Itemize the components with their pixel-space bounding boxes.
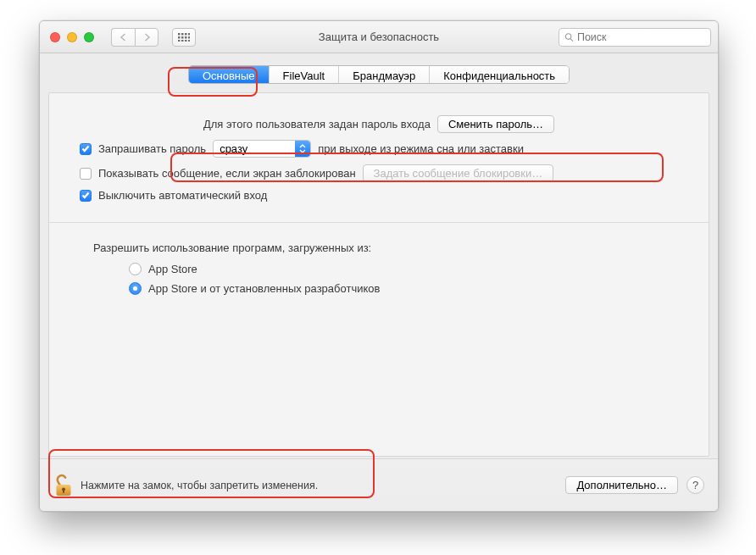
show-lock-message-row: Показывать сообщение, если экран заблоки… bbox=[80, 164, 687, 182]
advanced-button[interactable]: Дополнительно… bbox=[565, 476, 678, 494]
svg-rect-0 bbox=[178, 33, 181, 36]
show-lock-message-checkbox[interactable] bbox=[80, 168, 92, 180]
tab-general[interactable]: Основные bbox=[189, 66, 270, 83]
tab-bar: Основные FileVault Брандмауэр Конфиденци… bbox=[48, 53, 709, 84]
titlebar: Защита и безопасность bbox=[40, 21, 718, 53]
svg-rect-2 bbox=[185, 33, 187, 36]
lock-button[interactable] bbox=[53, 474, 74, 497]
lock-message: Нажмите на замок, чтобы запретить измене… bbox=[81, 480, 318, 491]
search-input[interactable] bbox=[577, 31, 705, 43]
preferences-window: Защита и безопасность Основные FileVault… bbox=[39, 20, 719, 512]
check-icon bbox=[81, 191, 90, 199]
footer: Нажмите на замок, чтобы запретить измене… bbox=[40, 458, 718, 511]
back-button[interactable] bbox=[111, 28, 135, 47]
tab-privacy[interactable]: Конфиденциальность bbox=[430, 66, 569, 83]
select-stepper-icon bbox=[295, 141, 310, 157]
disable-autologin-row: Выключить автоматический вход bbox=[80, 189, 687, 202]
minimize-window-button[interactable] bbox=[67, 32, 77, 42]
allow-apps-identified-label: App Store и от установленных разработчик… bbox=[148, 282, 380, 295]
svg-rect-10 bbox=[185, 40, 187, 42]
zoom-window-button[interactable] bbox=[84, 32, 94, 42]
require-password-checkbox[interactable] bbox=[80, 143, 92, 155]
show-lock-message-label: Показывать сообщение, если экран заблоки… bbox=[98, 167, 356, 180]
disable-autologin-checkbox[interactable] bbox=[80, 190, 92, 202]
svg-rect-8 bbox=[178, 40, 181, 42]
allow-apps-identified-row: App Store и от установленных разработчик… bbox=[129, 282, 687, 295]
tab-firewall[interactable]: Брандмауэр bbox=[339, 66, 430, 83]
login-password-label: Для этого пользователя задан пароль вход… bbox=[203, 118, 431, 130]
close-window-button[interactable] bbox=[50, 32, 60, 42]
window-controls bbox=[47, 32, 94, 42]
require-password-delay-value: сразу bbox=[220, 142, 247, 155]
divider bbox=[49, 222, 709, 223]
search-icon bbox=[564, 32, 574, 42]
svg-rect-6 bbox=[185, 36, 187, 39]
disable-autologin-label: Выключить автоматический вход bbox=[98, 189, 267, 202]
grid-icon bbox=[178, 33, 190, 42]
svg-rect-3 bbox=[188, 33, 190, 36]
change-password-button[interactable]: Сменить пароль… bbox=[437, 115, 554, 133]
forward-button[interactable] bbox=[135, 28, 158, 47]
allow-apps-identified-radio[interactable] bbox=[129, 282, 142, 295]
content-area: Основные FileVault Брандмауэр Конфиденци… bbox=[40, 53, 718, 511]
require-password-label-before: Запрашивать пароль bbox=[98, 142, 206, 155]
svg-rect-4 bbox=[178, 36, 181, 39]
nav-back-forward bbox=[111, 28, 158, 47]
svg-rect-9 bbox=[181, 40, 184, 42]
require-password-row: Запрашивать пароль сразу при выходе из р… bbox=[80, 140, 687, 158]
set-lock-message-button[interactable]: Задать сообщение блокировки… bbox=[363, 164, 554, 182]
svg-point-12 bbox=[565, 33, 571, 39]
svg-rect-7 bbox=[188, 36, 190, 39]
svg-rect-1 bbox=[181, 33, 184, 36]
allow-apps-app-store-label: App Store bbox=[148, 263, 197, 275]
svg-rect-5 bbox=[181, 36, 184, 39]
tab-filevault[interactable]: FileVault bbox=[270, 66, 340, 83]
show-all-button[interactable] bbox=[172, 28, 196, 47]
check-icon bbox=[81, 145, 90, 153]
unlocked-lock-icon bbox=[54, 474, 73, 497]
general-panel: Для этого пользователя задан пароль вход… bbox=[48, 92, 709, 457]
login-password-row: Для этого пользователя задан пароль вход… bbox=[71, 115, 687, 133]
svg-rect-11 bbox=[188, 40, 190, 42]
allow-apps-app-store-row: App Store bbox=[129, 263, 687, 275]
allow-apps-label: Разрешить использование программ, загруж… bbox=[93, 241, 687, 254]
tab-segment: Основные FileVault Брандмауэр Конфиденци… bbox=[188, 65, 570, 84]
require-password-delay-select[interactable]: сразу bbox=[213, 140, 311, 158]
require-password-label-after: при выходе из режима сна или заставки bbox=[318, 142, 524, 155]
svg-rect-16 bbox=[63, 490, 64, 493]
svg-line-13 bbox=[570, 38, 573, 41]
help-button[interactable]: ? bbox=[687, 476, 704, 494]
search-field[interactable] bbox=[559, 28, 711, 47]
allow-apps-app-store-radio[interactable] bbox=[129, 263, 142, 275]
